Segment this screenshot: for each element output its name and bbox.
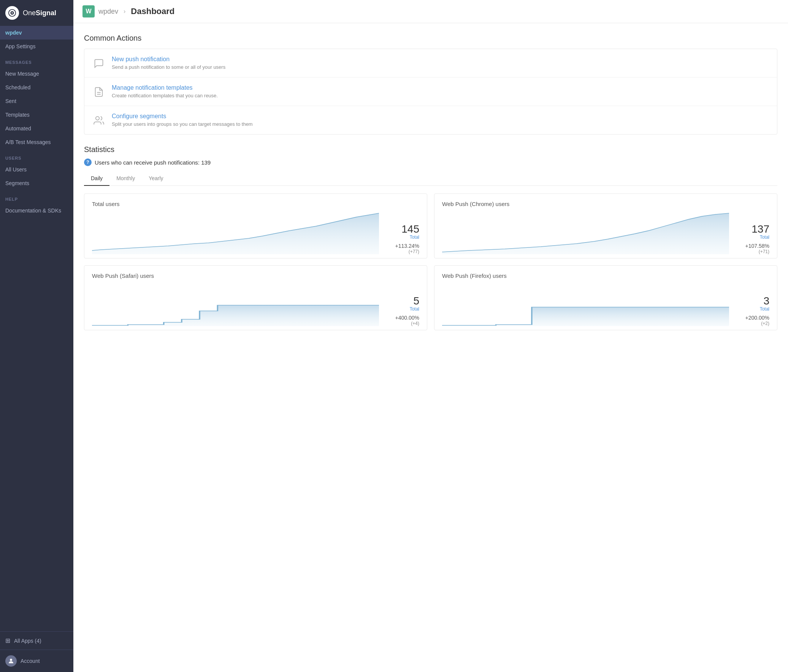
chart-chrome-users-number: 137 bbox=[735, 224, 769, 235]
messages-section-label: MESSAGES bbox=[0, 53, 73, 67]
logo-text: OneSignal bbox=[23, 9, 56, 17]
sidebar-item-segments[interactable]: Segments bbox=[0, 176, 73, 190]
chart-total-users-pct-sub: (+77) bbox=[385, 249, 419, 254]
sidebar-item-all-users[interactable]: All Users bbox=[0, 163, 73, 176]
chart-total-users-label: Total bbox=[385, 235, 419, 240]
chart-chrome-users: Web Push (Chrome) users bbox=[434, 194, 777, 259]
content-area: Common Actions New push notification Sen… bbox=[73, 23, 788, 672]
action-manage-templates-text: Manage notification templates Create not… bbox=[112, 84, 218, 98]
chart-firefox-users-number: 3 bbox=[735, 296, 769, 307]
chart-chrome-users-label: Total bbox=[735, 235, 769, 240]
chart-firefox-users: Web Push (Firefox) users bbox=[434, 265, 777, 330]
chart-firefox-users-pct: +200.00% bbox=[735, 315, 769, 321]
chart-total-users-svg bbox=[92, 213, 379, 254]
action-configure-segments[interactable]: Configure segments Split your users into… bbox=[84, 106, 777, 134]
chart-safari-users-label: Total bbox=[385, 307, 419, 312]
chart-firefox-users-label: Total bbox=[735, 307, 769, 312]
chart-total-users: Total users bbox=[84, 194, 427, 259]
main-content: W wpdev › Dashboard Common Actions New p… bbox=[73, 0, 788, 672]
action-manage-templates-title: Manage notification templates bbox=[112, 84, 218, 91]
action-new-push-desc: Send a push notification to some or all … bbox=[112, 64, 226, 70]
users-count-bar: ? Users who can receive push notificatio… bbox=[84, 159, 777, 166]
action-configure-segments-desc: Split your users into groups so you can … bbox=[112, 121, 253, 127]
action-configure-segments-title: Configure segments bbox=[112, 113, 253, 120]
action-new-push[interactable]: New push notification Send a push notifi… bbox=[84, 49, 777, 78]
chart-safari-users: Web Push (Safari) users bbox=[84, 265, 427, 330]
chart-safari-users-inner: 5 Total +400.00% (+4) bbox=[92, 284, 419, 326]
users-count-text: Users who can receive push notifications… bbox=[95, 159, 211, 166]
account-button[interactable]: Account bbox=[0, 650, 73, 672]
account-avatar bbox=[5, 655, 17, 667]
breadcrumb-app: wpdev bbox=[98, 8, 118, 16]
breadcrumb-separator: › bbox=[124, 8, 126, 15]
action-new-push-title: New push notification bbox=[112, 56, 226, 63]
onesignal-logo-icon bbox=[5, 6, 19, 20]
help-section-label: HELP bbox=[0, 190, 73, 204]
svg-point-2 bbox=[11, 12, 13, 14]
chart-safari-users-stats: 5 Total +400.00% (+4) bbox=[385, 296, 419, 326]
chart-firefox-users-stats: 3 Total +200.00% (+2) bbox=[735, 296, 769, 326]
action-manage-templates-desc: Create notification templates that you c… bbox=[112, 93, 218, 98]
chart-safari-users-pct: +400.00% bbox=[385, 315, 419, 321]
chart-chrome-users-pct-sub: (+71) bbox=[735, 249, 769, 254]
chart-total-users-title: Total users bbox=[92, 201, 419, 207]
account-label: Account bbox=[21, 658, 40, 664]
chart-safari-users-number: 5 bbox=[385, 296, 419, 307]
common-actions-title: Common Actions bbox=[84, 34, 777, 43]
chart-safari-users-pct-sub: (+4) bbox=[385, 321, 419, 326]
tab-yearly[interactable]: Yearly bbox=[142, 172, 170, 186]
sidebar-bottom: ⊞ All Apps (4) Account bbox=[0, 631, 73, 672]
action-new-push-text: New push notification Send a push notifi… bbox=[112, 56, 226, 70]
sidebar-active-app[interactable]: wpdev bbox=[0, 26, 73, 40]
chart-total-users-number: 145 bbox=[385, 224, 419, 235]
chart-safari-users-svg bbox=[92, 284, 379, 326]
grid-icon: ⊞ bbox=[5, 637, 10, 644]
sidebar-item-scheduled[interactable]: Scheduled bbox=[0, 81, 73, 94]
chart-chrome-users-title: Web Push (Chrome) users bbox=[442, 201, 769, 207]
app-badge: W bbox=[83, 5, 95, 17]
chart-firefox-users-inner: 3 Total +200.00% (+2) bbox=[442, 284, 769, 326]
help-icon[interactable]: ? bbox=[84, 159, 92, 166]
sidebar-item-automated[interactable]: Automated bbox=[0, 122, 73, 135]
action-manage-templates[interactable]: Manage notification templates Create not… bbox=[84, 78, 777, 106]
sidebar-item-app-settings[interactable]: App Settings bbox=[0, 40, 73, 53]
breadcrumb-page: Dashboard bbox=[131, 6, 175, 16]
all-apps-button[interactable]: ⊞ All Apps (4) bbox=[0, 632, 73, 650]
sidebar: OneSignal wpdev App Settings MESSAGES Ne… bbox=[0, 0, 73, 672]
chart-firefox-users-title: Web Push (Firefox) users bbox=[442, 273, 769, 279]
chart-chrome-users-svg bbox=[442, 213, 729, 254]
chart-chrome-users-inner: 137 Total +107.58% (+71) bbox=[442, 213, 769, 254]
sidebar-item-sent[interactable]: Sent bbox=[0, 94, 73, 108]
users-icon bbox=[92, 114, 106, 127]
chart-chrome-users-stats: 137 Total +107.58% (+71) bbox=[735, 224, 769, 254]
all-apps-label: All Apps (4) bbox=[14, 638, 41, 644]
tab-monthly[interactable]: Monthly bbox=[110, 172, 142, 186]
users-section-label: USERS bbox=[0, 149, 73, 163]
sidebar-item-templates[interactable]: Templates bbox=[0, 108, 73, 122]
statistics-section: Statistics ? Users who can receive push … bbox=[84, 145, 777, 330]
tab-daily[interactable]: Daily bbox=[84, 172, 110, 186]
svg-point-3 bbox=[10, 659, 12, 661]
document-icon bbox=[92, 85, 106, 99]
statistics-title: Statistics bbox=[84, 145, 777, 154]
chart-chrome-users-pct: +107.58% bbox=[735, 243, 769, 249]
chart-firefox-users-svg bbox=[442, 284, 729, 326]
tabs-bar: Daily Monthly Yearly bbox=[84, 172, 777, 186]
chart-total-users-pct: +113.24% bbox=[385, 243, 419, 249]
charts-grid: Total users bbox=[84, 194, 777, 330]
sidebar-item-ab-test[interactable]: A/B Test Messages bbox=[0, 135, 73, 149]
chart-safari-users-title: Web Push (Safari) users bbox=[92, 273, 419, 279]
svg-point-6 bbox=[96, 117, 99, 120]
sidebar-logo: OneSignal bbox=[0, 0, 73, 26]
chart-total-users-inner: 145 Total +113.24% (+77) bbox=[92, 213, 419, 254]
common-actions-card: New push notification Send a push notifi… bbox=[84, 49, 777, 135]
sidebar-item-docs[interactable]: Documentation & SDKs bbox=[0, 204, 73, 218]
action-configure-segments-text: Configure segments Split your users into… bbox=[112, 113, 253, 127]
sidebar-item-new-message[interactable]: New Message bbox=[0, 67, 73, 81]
topbar: W wpdev › Dashboard bbox=[73, 0, 788, 23]
chart-firefox-users-pct-sub: (+2) bbox=[735, 321, 769, 326]
chart-total-users-stats: 145 Total +113.24% (+77) bbox=[385, 224, 419, 254]
chat-icon bbox=[92, 57, 106, 70]
common-actions-section: Common Actions New push notification Sen… bbox=[84, 34, 777, 135]
